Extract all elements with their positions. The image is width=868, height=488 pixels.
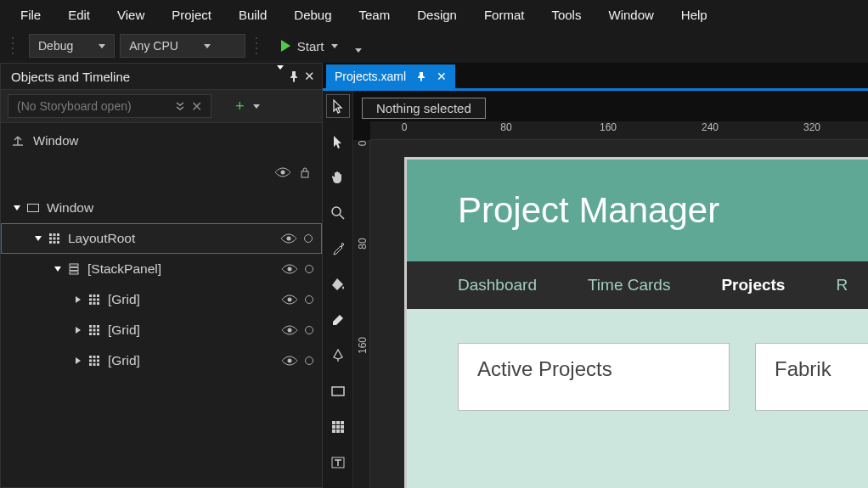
- storyboard-combo[interactable]: (No Storyboard open) ✕: [8, 94, 211, 118]
- menu-format[interactable]: Format: [471, 3, 538, 27]
- eye-icon[interactable]: [274, 167, 291, 177]
- pan-tool-icon[interactable]: [326, 165, 350, 189]
- tree-item-layoutroot[interactable]: LayoutRoot: [1, 223, 322, 254]
- close-tab-icon[interactable]: ✕: [437, 70, 447, 83]
- start-label: Start: [297, 39, 324, 53]
- lock-icon[interactable]: [300, 166, 310, 178]
- record-icon[interactable]: [305, 356, 313, 365]
- menu-team[interactable]: Team: [346, 3, 404, 27]
- toolbar-grip-icon[interactable]: [256, 37, 262, 54]
- svg-rect-8: [49, 241, 52, 244]
- preview-title: Project Manager: [458, 190, 719, 231]
- pin-icon[interactable]: [416, 71, 426, 81]
- eye-icon[interactable]: [281, 325, 298, 335]
- pen-tool-icon[interactable]: [326, 344, 350, 367]
- tree-label: Window: [47, 200, 93, 216]
- rectangle-tool-icon[interactable]: [326, 379, 350, 403]
- text-tool-icon[interactable]: [326, 451, 350, 474]
- chevron-down-icon: [331, 44, 338, 48]
- document-tab[interactable]: Projects.xaml ✕: [326, 65, 455, 88]
- ruler-tick-label: 0: [357, 131, 369, 156]
- menu-build[interactable]: Build: [225, 3, 280, 27]
- ruler-tick-label: 80: [357, 231, 369, 256]
- svg-rect-27: [93, 325, 96, 328]
- panel-menu-icon[interactable]: [277, 70, 284, 84]
- close-icon[interactable]: ✕: [304, 69, 315, 84]
- expander-icon[interactable]: [76, 357, 81, 364]
- menu-debug[interactable]: Debug: [280, 3, 345, 27]
- svg-rect-31: [97, 329, 99, 332]
- svg-point-35: [288, 328, 292, 333]
- layout-tool-icon[interactable]: [326, 415, 350, 439]
- svg-rect-54: [332, 429, 335, 433]
- start-button[interactable]: Start: [273, 34, 347, 58]
- eye-icon[interactable]: [281, 294, 298, 305]
- menu-design[interactable]: Design: [403, 3, 471, 27]
- menu-tools[interactable]: Tools: [538, 3, 595, 27]
- menu-view[interactable]: View: [104, 3, 158, 27]
- eraser-tool-icon[interactable]: [326, 308, 350, 332]
- tree-label: [Grid]: [108, 353, 140, 368]
- svg-point-45: [288, 359, 292, 363]
- expander-icon[interactable]: [35, 236, 42, 241]
- toolbar-overflow-icon[interactable]: [355, 48, 362, 53]
- menu-file[interactable]: File: [7, 3, 54, 27]
- preview-nav-item[interactable]: R: [836, 276, 848, 294]
- scope-up-icon[interactable]: [11, 133, 25, 147]
- svg-rect-23: [93, 302, 96, 305]
- tree-item-grid[interactable]: [Grid]: [1, 315, 322, 345]
- record-icon[interactable]: [305, 295, 313, 304]
- chevron-down-icon[interactable]: [253, 104, 260, 109]
- svg-rect-33: [93, 333, 96, 335]
- vertical-ruler[interactable]: 0 80 160: [353, 140, 370, 488]
- expander-icon[interactable]: [76, 296, 81, 303]
- record-icon[interactable]: [305, 326, 313, 334]
- direct-select-tool-icon[interactable]: [326, 130, 350, 154]
- horizontal-ruler[interactable]: 0 80 160 240 320: [370, 121, 868, 140]
- tree-item-window[interactable]: Window: [1, 193, 322, 223]
- tab-label: Projects.xaml: [335, 70, 406, 83]
- menu-window[interactable]: Window: [595, 3, 667, 27]
- svg-rect-17: [93, 294, 96, 297]
- record-icon[interactable]: [305, 265, 313, 273]
- preview-nav-item[interactable]: Projects: [721, 276, 785, 294]
- svg-rect-40: [93, 360, 96, 362]
- zoom-tool-icon[interactable]: [326, 201, 350, 225]
- pointer-tool-icon[interactable]: [326, 94, 350, 118]
- svg-rect-14: [70, 272, 78, 274]
- expander-icon[interactable]: [76, 327, 81, 334]
- eye-icon[interactable]: [281, 264, 298, 274]
- pin-icon[interactable]: [289, 70, 299, 82]
- eye-icon[interactable]: [280, 233, 297, 244]
- svg-rect-9: [54, 241, 56, 244]
- record-icon[interactable]: [304, 234, 313, 243]
- toolbar-grip-icon[interactable]: [12, 37, 19, 54]
- menu-help[interactable]: Help: [668, 3, 721, 27]
- expander-icon[interactable]: [14, 205, 20, 210]
- play-icon: [281, 40, 290, 52]
- svg-rect-13: [70, 268, 78, 271]
- tree-item-grid[interactable]: [Grid]: [1, 284, 322, 315]
- design-canvas[interactable]: Project Manager Dashboard Time Cards Pro…: [370, 140, 868, 488]
- card-title: Fabrik: [775, 357, 831, 380]
- tree-item-stackpanel[interactable]: [StackPanel]: [1, 254, 322, 284]
- platform-combo[interactable]: Any CPU: [120, 34, 245, 58]
- object-tree: Window LayoutRoot [StackPanel]: [1, 188, 322, 487]
- eye-icon[interactable]: [281, 356, 298, 366]
- config-combo[interactable]: Debug: [29, 34, 115, 58]
- add-storyboard-icon[interactable]: +: [235, 98, 245, 115]
- paint-bucket-tool-icon[interactable]: [326, 272, 350, 296]
- svg-rect-36: [89, 356, 92, 358]
- svg-rect-48: [332, 421, 335, 424]
- tree-item-grid[interactable]: [Grid]: [1, 345, 322, 376]
- eyedropper-tool-icon[interactable]: [326, 237, 350, 261]
- close-storyboard-icon[interactable]: ✕: [191, 98, 202, 115]
- chevron-double-down-icon[interactable]: [174, 100, 186, 112]
- svg-rect-29: [89, 329, 92, 332]
- expander-icon[interactable]: [54, 266, 61, 272]
- preview-nav-item[interactable]: Dashboard: [458, 276, 537, 294]
- menu-edit[interactable]: Edit: [54, 3, 104, 27]
- menu-project[interactable]: Project: [158, 3, 225, 27]
- preview-nav-item[interactable]: Time Cards: [588, 276, 670, 294]
- document-tab-strip: Projects.xaml ✕: [323, 63, 868, 88]
